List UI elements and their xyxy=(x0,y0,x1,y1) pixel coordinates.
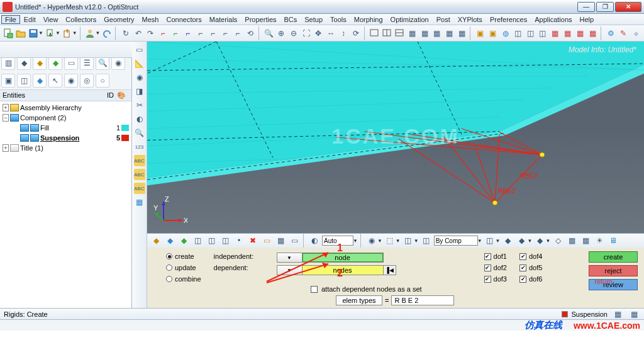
lp-comp-icon[interactable]: ◆ xyxy=(17,56,31,70)
gt-2-icon[interactable]: ◆ xyxy=(164,234,176,247)
gt-wire-icon[interactable]: ⬚ xyxy=(384,234,396,247)
zoom-in-icon[interactable]: ⊕ xyxy=(275,27,287,40)
gt-delete-icon[interactable]: ✖ xyxy=(247,234,259,247)
window-sync-icon[interactable]: ▦ xyxy=(457,27,468,40)
reject-button[interactable]: reject xyxy=(589,265,638,276)
tree-components[interactable]: − Component (2) xyxy=(3,113,129,123)
elem-types-button[interactable]: elem types xyxy=(336,295,382,305)
menu-preferences[interactable]: Preferences xyxy=(486,15,531,24)
menu-file[interactable]: File xyxy=(1,15,20,24)
axis-iso-icon[interactable]: ⌐ xyxy=(195,27,206,40)
lp-cursor-icon[interactable]: ↖ xyxy=(48,74,62,88)
menu-geometry[interactable]: Geometry xyxy=(100,15,138,24)
axis-top-icon[interactable]: ⌐ xyxy=(219,27,231,40)
zoom-out-icon[interactable]: ⊖ xyxy=(288,27,299,40)
axis-rev-icon[interactable]: ⌐ xyxy=(208,27,219,40)
viewport-3d[interactable]: RBE2 RBE2 Model Info: Untitled* 1CAE.COM… xyxy=(147,42,644,233)
gt-trans-icon[interactable]: ◫ xyxy=(402,234,414,247)
vt-measure-icon[interactable]: 📐 xyxy=(134,58,145,69)
misc-1-icon[interactable]: ⚙ xyxy=(606,27,617,40)
vt-image-icon[interactable]: ▦ xyxy=(134,196,145,208)
vt-number-icon[interactable]: 123 xyxy=(134,141,145,152)
window-4-icon[interactable]: ▦ xyxy=(419,27,430,40)
lp-sort-icon[interactable]: ☰ xyxy=(80,56,94,70)
pan-h-icon[interactable]: ↔ xyxy=(325,27,336,40)
vt-mask-icon[interactable]: ◐ xyxy=(134,113,145,125)
check-dof5[interactable]: dof5 xyxy=(519,264,542,271)
radio-combine[interactable]: combine xyxy=(166,275,201,283)
lp-cube-icon[interactable]: ▣ xyxy=(1,74,15,88)
entity-tree[interactable]: + Assembly Hierarchy − Component (2) Fil… xyxy=(0,101,131,308)
menu-connectors[interactable]: Connectors xyxy=(162,15,205,24)
gt-3-icon[interactable]: ◆ xyxy=(177,234,190,247)
check-dof4[interactable]: dof4 xyxy=(519,253,542,260)
independent-switch-button[interactable] xyxy=(277,253,302,263)
vt-abc3-icon[interactable]: ABC xyxy=(134,183,145,194)
pan-v-icon[interactable]: ↕ xyxy=(338,27,349,40)
pan-icon[interactable]: ✥ xyxy=(313,27,325,40)
independent-node-button[interactable]: node xyxy=(302,253,384,263)
menu-xyplots[interactable]: XYPlots xyxy=(454,15,486,24)
menu-post[interactable]: Post xyxy=(433,15,454,24)
radio-create[interactable]: create xyxy=(166,253,201,260)
vt-find-icon[interactable]: 🔍 xyxy=(134,127,145,139)
gt-organize-icon[interactable]: ▦ xyxy=(274,234,287,247)
vt-clip-icon[interactable]: ✂ xyxy=(134,100,145,111)
gt-card-icon[interactable]: ▭ xyxy=(260,234,273,247)
gt-v5-icon[interactable]: ▦ xyxy=(565,234,578,247)
vt-abc2-icon[interactable]: ABC xyxy=(134,169,145,180)
gt-light-icon[interactable]: ☀ xyxy=(593,234,606,247)
gt-v1-icon[interactable]: ◆ xyxy=(502,234,514,247)
gt-v3-icon[interactable]: ◆ xyxy=(533,234,546,247)
window-6-icon[interactable]: ▦ xyxy=(444,27,455,40)
rotate-left-icon[interactable]: ↶ xyxy=(133,27,144,40)
gt-persp-icon[interactable]: ◫ xyxy=(484,234,496,247)
gt-edges-icon[interactable]: ◫ xyxy=(420,234,433,247)
vt-abc1-icon[interactable]: ABC xyxy=(134,155,145,166)
create-button[interactable]: create xyxy=(589,251,638,263)
menu-tools[interactable]: Tools xyxy=(326,15,350,24)
dependent-nodes-button[interactable]: nodes xyxy=(302,265,384,275)
tree-assembly[interactable]: + Assembly Hierarchy xyxy=(3,103,129,113)
save-icon[interactable] xyxy=(28,27,39,40)
axis-flip-icon[interactable]: ⟲ xyxy=(245,27,256,40)
lp-card-icon[interactable]: ▭ xyxy=(64,56,78,70)
entity-4-icon[interactable]: ◫ xyxy=(512,27,523,40)
menu-setup[interactable]: Setup xyxy=(301,15,326,24)
menu-edit[interactable]: Edit xyxy=(20,15,40,24)
gt-v2-icon[interactable]: ◆ xyxy=(516,234,528,247)
lp-search-icon[interactable]: 🔍 xyxy=(96,56,109,70)
axis-yz-icon[interactable]: ⌐ xyxy=(170,27,181,40)
attach-checkbox-row[interactable]: attach dependent nodes as a set xyxy=(311,285,422,293)
lp-shade-icon[interactable]: ◆ xyxy=(33,74,47,88)
gt-7-icon[interactable]: • xyxy=(233,234,245,247)
return-button[interactable]: return xyxy=(594,278,613,285)
menu-morphing[interactable]: Morphing xyxy=(350,15,387,24)
menu-help[interactable]: Help xyxy=(576,15,598,24)
entity-8-icon[interactable]: ▦ xyxy=(562,27,574,40)
menu-applications[interactable]: Applications xyxy=(531,15,575,24)
close-button[interactable] xyxy=(615,2,641,12)
entity-10-icon[interactable]: ▦ xyxy=(587,27,598,40)
entity-6-icon[interactable]: ◫ xyxy=(537,27,548,40)
check-dof1[interactable]: dof1 xyxy=(484,253,507,260)
gt-1-icon[interactable]: ◆ xyxy=(150,234,162,247)
entity-2-icon[interactable]: ▣ xyxy=(487,27,499,40)
rotate-right-icon[interactable]: ↷ xyxy=(145,27,157,40)
lp-prop-icon[interactable]: ◆ xyxy=(33,56,47,70)
by-comp-select[interactable]: By Comp xyxy=(434,236,478,246)
gt-shade-icon[interactable]: ◉ xyxy=(365,234,378,247)
expand-icon[interactable]: + xyxy=(3,104,9,111)
fit-icon[interactable]: ⛶ xyxy=(301,27,312,40)
gt-v4-icon[interactable]: ◇ xyxy=(552,234,564,247)
axis-xz-icon[interactable]: ⌐ xyxy=(182,27,194,40)
lp-filter-icon[interactable]: ▥ xyxy=(1,56,15,70)
gt-5-icon[interactable]: ◫ xyxy=(205,234,218,247)
gt-4-icon[interactable]: ◫ xyxy=(191,234,204,247)
tree-title[interactable]: + Title (1) xyxy=(3,143,129,153)
open-icon[interactable] xyxy=(15,27,26,40)
lp-wire-icon[interactable]: ◫ xyxy=(17,74,31,88)
lp-display-icon[interactable]: ◉ xyxy=(111,56,125,70)
export-icon[interactable] xyxy=(62,27,73,40)
menu-properties[interactable]: Properties xyxy=(241,15,280,24)
